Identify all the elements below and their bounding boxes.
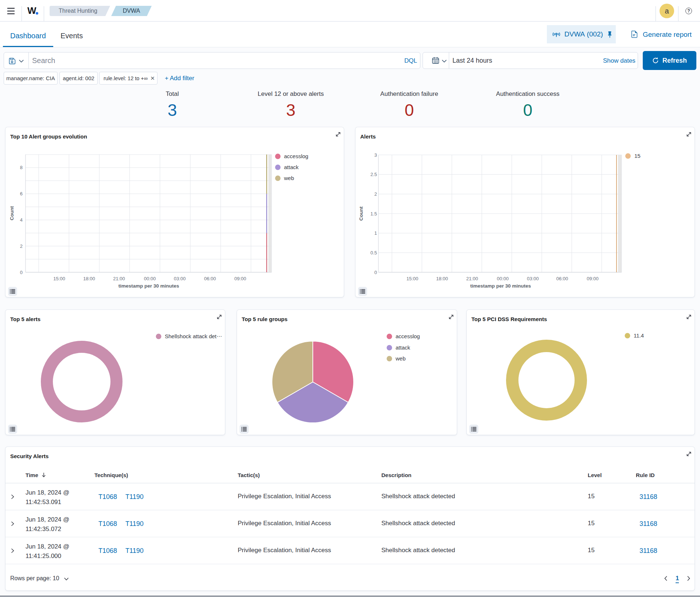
svg-text:18:00: 18:00 xyxy=(83,276,95,281)
svg-text:1.5: 1.5 xyxy=(370,211,377,216)
svg-text:8: 8 xyxy=(20,165,23,170)
svg-text:15:00: 15:00 xyxy=(407,276,419,281)
svg-text:2.5: 2.5 xyxy=(370,172,377,177)
svg-text:timestamp per 30 minutes: timestamp per 30 minutes xyxy=(118,283,179,289)
svg-text:accesslog: accesslog xyxy=(284,153,308,159)
svg-text:03:00: 03:00 xyxy=(527,276,539,281)
svg-text:Shellshock attack det⋯: Shellshock attack det⋯ xyxy=(165,333,222,339)
svg-text:attack: attack xyxy=(284,164,299,170)
svg-text:15:00: 15:00 xyxy=(53,276,65,281)
svg-text:web: web xyxy=(284,175,294,181)
svg-text:Count: Count xyxy=(358,206,364,221)
svg-text:2: 2 xyxy=(374,191,377,197)
svg-text:21:00: 21:00 xyxy=(113,276,125,281)
svg-text:2: 2 xyxy=(20,243,23,249)
svg-text:00:00: 00:00 xyxy=(497,276,509,281)
svg-text:00:00: 00:00 xyxy=(144,276,156,281)
svg-text:attack: attack xyxy=(396,344,411,351)
svg-text:11.4: 11.4 xyxy=(634,332,644,339)
svg-text:0: 0 xyxy=(20,270,23,275)
svg-text:06:00: 06:00 xyxy=(204,276,216,281)
svg-text:18:00: 18:00 xyxy=(436,276,448,281)
svg-text:Count: Count xyxy=(9,206,15,220)
svg-text:06:00: 06:00 xyxy=(556,276,568,281)
svg-text:6: 6 xyxy=(20,191,23,196)
svg-text:15: 15 xyxy=(634,153,641,159)
svg-text:0: 0 xyxy=(374,270,377,275)
svg-text:web: web xyxy=(395,355,406,362)
svg-text:03:00: 03:00 xyxy=(174,276,186,281)
svg-text:1: 1 xyxy=(374,230,377,236)
svg-text:timestamp per 30 minutes: timestamp per 30 minutes xyxy=(470,283,531,289)
svg-text:0.5: 0.5 xyxy=(370,250,377,255)
svg-text:accesslog: accesslog xyxy=(396,333,420,339)
svg-text:09:00: 09:00 xyxy=(587,276,599,281)
svg-text:09:00: 09:00 xyxy=(234,276,246,281)
svg-text:4: 4 xyxy=(20,217,23,223)
svg-text:3: 3 xyxy=(374,152,377,158)
svg-text:21:00: 21:00 xyxy=(466,276,478,281)
